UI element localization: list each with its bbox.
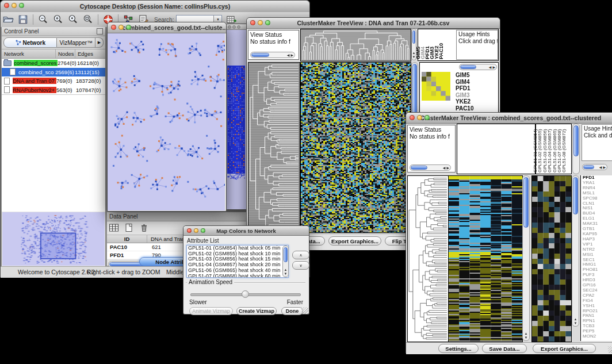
view-status-hscrollbar[interactable]: ◀▶ bbox=[410, 164, 451, 171]
move-down-button[interactable]: ∨ bbox=[292, 261, 309, 270]
birdseye-view[interactable] bbox=[2, 212, 105, 266]
new-attribute-icon[interactable] bbox=[124, 223, 135, 233]
close-icon[interactable] bbox=[111, 25, 116, 30]
attribute-list-item[interactable]: GPL51-07 (GSM868) heat shock 60 min bbox=[187, 274, 288, 278]
scroll-left-icon[interactable]: ◀ bbox=[286, 53, 290, 57]
network-table-row-DNA and Tran 07[interactable]: DNA and Tran 07769(0)183728(0) bbox=[2, 76, 105, 86]
delete-attribute-icon[interactable] bbox=[139, 223, 150, 233]
column-labels-vscrollbar[interactable] bbox=[572, 124, 580, 174]
treeview2-title-bar[interactable]: ClusterMaker TreeView : combined_scores_… bbox=[406, 113, 612, 124]
minimize-icon[interactable] bbox=[258, 20, 263, 25]
attribute-list-vscrollbar[interactable]: ▲▼ bbox=[282, 246, 289, 277]
tv1-export-graphics-button[interactable]: Export Graphics... bbox=[328, 236, 381, 246]
minimize-icon[interactable] bbox=[118, 25, 124, 30]
float-panel-icon[interactable] bbox=[97, 28, 103, 35]
scroll-left-icon[interactable]: ◀ bbox=[442, 166, 446, 170]
column-tree-panel[interactable] bbox=[457, 124, 536, 174]
close-icon[interactable] bbox=[187, 228, 192, 233]
dialog-content: Attribute List GPL51-01 (GSM854) heat sh… bbox=[183, 236, 309, 315]
zoom-vscrollbar[interactable]: ▲▼ bbox=[572, 175, 579, 327]
zoom-window-icon[interactable] bbox=[265, 20, 270, 25]
zoom-window-icon[interactable] bbox=[424, 115, 430, 120]
zoom-window-icon[interactable] bbox=[126, 25, 131, 30]
row-dendrogram[interactable] bbox=[248, 62, 300, 233]
network-nodes-count: 563(0) bbox=[56, 87, 76, 93]
network-table-row-combined_scores[interactable]: combined_scores2764(0)16218(0) bbox=[2, 59, 105, 68]
zoom-window-icon[interactable] bbox=[201, 228, 205, 233]
zoom-window-icon[interactable] bbox=[237, 25, 240, 29]
heatmap-global-view[interactable] bbox=[448, 175, 523, 342]
usage-hints-hscrollbar[interactable]: ◀▶ bbox=[582, 164, 607, 170]
tab-network[interactable]: Network bbox=[3, 37, 57, 48]
resize-grip[interactable] bbox=[301, 307, 308, 314]
column-network[interactable]: Network bbox=[2, 49, 56, 58]
tv1-row-label[interactable]: YKE2 bbox=[456, 98, 474, 105]
main-title-bar[interactable]: Cytoscape Desktop (Session Name: collins… bbox=[1, 1, 309, 13]
close-icon[interactable] bbox=[250, 20, 255, 25]
minimize-icon[interactable] bbox=[417, 115, 422, 120]
tv1-row-label[interactable]: GIM4 bbox=[456, 79, 474, 86]
column-id[interactable]: ID bbox=[107, 235, 147, 243]
attribute-table-icon[interactable] bbox=[109, 223, 120, 233]
tv1-row-label[interactable]: GIM5 bbox=[456, 72, 474, 79]
scroll-right-icon[interactable]: ▶ bbox=[290, 53, 294, 57]
network-canvas[interactable] bbox=[108, 33, 225, 210]
zoom-window-icon[interactable] bbox=[19, 3, 24, 8]
zoom-panel-hscrollbar[interactable]: ◀▶ bbox=[459, 64, 497, 70]
attribute-list[interactable]: GPL51-01 (GSM854) heat shock 05 minGPL51… bbox=[186, 245, 289, 278]
view-status-hscrollbar[interactable]: ◀▶ bbox=[250, 52, 295, 58]
network-table-row-combined_sco[interactable]: combined_sco2569(6)13112(15) bbox=[2, 68, 105, 77]
heatmap-global-view[interactable] bbox=[300, 62, 411, 233]
tv2-save-data-button[interactable]: Save Data... bbox=[482, 344, 527, 353]
close-icon[interactable] bbox=[4, 3, 9, 8]
minimize-icon[interactable] bbox=[194, 228, 198, 233]
tv2-settings-button[interactable]: Settings... bbox=[438, 344, 479, 353]
column-edges[interactable]: Edges bbox=[75, 49, 105, 58]
dialog-title-bar[interactable]: Map Colors to Network bbox=[183, 226, 309, 236]
scroll-right-icon[interactable]: ▶ bbox=[492, 66, 496, 69]
treeview1-title-bar[interactable]: ClusterMaker TreeView : DNA and Tran 07-… bbox=[247, 18, 500, 29]
scroll-right-icon[interactable]: ▶ bbox=[602, 166, 606, 169]
scroll-left-icon[interactable]: ◀ bbox=[599, 166, 603, 169]
minimize-icon[interactable] bbox=[232, 25, 236, 29]
resize-grip[interactable] bbox=[608, 346, 612, 353]
zoom-in-icon[interactable] bbox=[52, 14, 64, 25]
column-dendrogram[interactable] bbox=[300, 29, 411, 62]
create-vizmapbutton[interactable]: Create Vizmap bbox=[236, 307, 277, 315]
usage-hints-text: Click and drag to bbox=[458, 38, 496, 45]
move-up-button[interactable]: ∧ bbox=[292, 251, 309, 259]
tv1-row-label[interactable]: PFD1 bbox=[456, 85, 474, 92]
scroll-left-icon[interactable]: ◀ bbox=[488, 66, 492, 69]
heatmap-zoom-view[interactable] bbox=[531, 175, 572, 342]
zoom-matrix[interactable] bbox=[422, 72, 450, 101]
window-controls bbox=[410, 115, 430, 120]
tv1-row-label[interactable]: PAC10 bbox=[456, 105, 474, 112]
minimize-icon[interactable] bbox=[12, 3, 17, 8]
tab-vizmapper[interactable]: VizMapper™ bbox=[57, 37, 95, 48]
zoom-out-icon[interactable] bbox=[37, 14, 49, 25]
speed-slider-thumb[interactable] bbox=[242, 290, 249, 298]
scroll-right-icon[interactable]: ▶ bbox=[446, 166, 450, 170]
network-table-row-RNAPuberNov2+[interactable]: RNAPuberNov2+563(0)107847(0) bbox=[2, 86, 105, 95]
zoom-fit-icon[interactable] bbox=[82, 14, 94, 25]
open-folder-icon[interactable] bbox=[2, 14, 14, 25]
background-window-title-bar[interactable] bbox=[226, 24, 248, 30]
tv2-export-graphics-button[interactable]: Export Graphics... bbox=[533, 344, 596, 353]
column-nodes[interactable]: Nodes bbox=[56, 49, 75, 58]
heatmap-vscrollbar[interactable]: ▲▼ bbox=[522, 175, 530, 341]
grid-network-canvas[interactable] bbox=[226, 30, 247, 209]
background-network-window[interactable] bbox=[225, 24, 248, 210]
animate-vizmapbutton[interactable]: Animate Vizmap bbox=[189, 307, 233, 315]
tv1-row-label[interactable]: GIM3 bbox=[456, 92, 474, 99]
gene-labels-list[interactable]: PFD1YRA1RNR4MSL1SPC98CLN1NIS1BUD4ELG1MAK… bbox=[580, 175, 612, 341]
tab-overflow-button[interactable]: ▶ bbox=[95, 37, 104, 48]
close-icon[interactable] bbox=[410, 115, 415, 120]
gene-label-MON2[interactable]: MON2 bbox=[583, 334, 612, 339]
column-labels: GPL51-01 (GSM854)GPL51-02 (GSM855)GPL51-… bbox=[536, 124, 571, 174]
zoom-selected-icon[interactable] bbox=[67, 14, 79, 25]
row-dendrogram[interactable] bbox=[407, 175, 449, 342]
donebutton[interactable]: Done bbox=[281, 307, 303, 315]
close-icon[interactable] bbox=[228, 25, 231, 29]
network-window-title-bar[interactable]: combined_scores_good.txt--cluste... bbox=[108, 22, 226, 33]
save-icon[interactable] bbox=[17, 14, 29, 25]
